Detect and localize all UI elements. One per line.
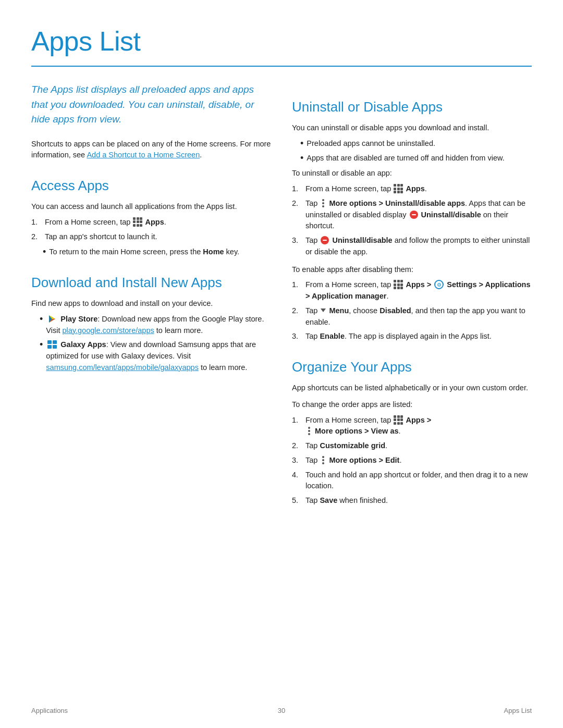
uninstall-bullets: • Preloaded apps cannot be uninstalled. …	[300, 138, 532, 164]
organize-intro: App shortcuts can be listed alphabetical…	[292, 382, 532, 394]
page-container: Apps List The Apps list displays all pre…	[0, 0, 563, 728]
shortcuts-period: .	[200, 151, 202, 159]
svg-rect-7	[53, 345, 57, 349]
organize-heading: Organize Your Apps	[292, 357, 532, 377]
title-divider	[31, 66, 532, 67]
col-left: The Apps list displays all preloaded app…	[31, 82, 271, 511]
to-enable-label: To enable apps after disabling them:	[292, 264, 532, 276]
access-apps-intro: You can access and launch all applicatio…	[31, 201, 271, 213]
access-apps-heading: Access Apps	[31, 176, 271, 196]
uninstall-intro: You can uninstall or disable apps you do…	[292, 122, 532, 134]
access-sub-bullets: • To return to the main Home screen, pre…	[43, 246, 271, 258]
footer-center: 30	[278, 706, 285, 716]
apps-grid-icon-4	[394, 415, 403, 425]
apps-grid-icon-2	[394, 184, 403, 193]
minus-circle-icon-2	[321, 236, 329, 244]
three-dots-icon-3	[320, 455, 326, 465]
play-store-link[interactable]: play.google.com/store/apps	[62, 326, 154, 335]
three-dots-icon-2	[306, 426, 312, 436]
intro-italic: The Apps list displays all preloaded app…	[31, 82, 271, 127]
download-intro: Find new apps to download and install on…	[31, 298, 271, 310]
two-col-layout: The Apps list displays all preloaded app…	[31, 82, 532, 511]
uninstall-bullet-1: • Preloaded apps cannot be uninstalled.	[300, 138, 532, 150]
footer-right: Apps List	[504, 706, 532, 716]
three-dots-icon-1	[320, 199, 326, 208]
apps-grid-icon-1	[133, 217, 142, 227]
access-apps-steps: 1. From a Home screen, tap Apps. 2. Tap …	[31, 217, 271, 243]
access-step-2: 2. Tap an app's shortcut to launch it.	[31, 231, 271, 243]
uninstall-step-2: 2. Tap More options > Uninstall/disable …	[292, 198, 532, 232]
footer: Applications 30 Apps List	[31, 706, 532, 716]
organize-step-3: 3. Tap More options > Edit.	[292, 455, 532, 466]
col-right: Uninstall or Disable Apps You can uninst…	[292, 82, 532, 511]
uninstall-step-1: 1. From a Home screen, tap Apps.	[292, 183, 532, 195]
svg-rect-5	[53, 340, 57, 344]
svg-rect-4	[47, 340, 52, 344]
access-sub-bullet-1: • To return to the main Home screen, pre…	[43, 246, 271, 258]
uninstall-step-3: 3. Tap Uninstall/disable and follow the …	[292, 235, 532, 258]
organize-step-1: 1. From a Home screen, tap Apps > More o…	[292, 415, 532, 438]
play-store-icon	[47, 314, 57, 324]
galaxy-apps-item: • Galaxy Apps: View and download Samsung	[40, 339, 271, 373]
uninstall-steps: 1. From a Home screen, tap Apps. 2. Tap …	[292, 183, 532, 258]
galaxy-apps-icon	[47, 339, 57, 350]
settings-gear-icon: ⚙	[434, 280, 444, 289]
enable-step-2: 2. Tap Menu, choose Disabled, and then t…	[292, 305, 532, 328]
galaxy-apps-link[interactable]: samsung.com/levant/apps/mobile/galaxyapp…	[46, 363, 199, 372]
uninstall-heading: Uninstall or Disable Apps	[292, 97, 532, 117]
play-store-item: • Play Store: Download new apps from the	[40, 314, 271, 337]
triangle-down-icon	[321, 309, 326, 312]
organize-step-2: 2. Tap Customizable grid.	[292, 440, 532, 452]
to-uninstall-label: To uninstall or disable an app:	[292, 168, 532, 179]
organize-steps: 1. From a Home screen, tap Apps > More o…	[292, 415, 532, 507]
shortcuts-paragraph: Shortcuts to apps can be placed on any o…	[31, 139, 271, 162]
shortcuts-link[interactable]: Add a Shortcut to a Home Screen	[87, 151, 200, 159]
enable-steps: 1. From a Home screen, tap Apps > ⚙ Sett…	[292, 279, 532, 342]
organize-step-5: 5. Tap Save when finished.	[292, 495, 532, 507]
download-heading: Download and Install New Apps	[31, 273, 271, 293]
to-change-label: To change the order apps are listed:	[292, 399, 532, 411]
download-bullets: • Play Store: Download new apps from the	[40, 314, 271, 374]
minus-circle-icon-1	[410, 211, 418, 219]
footer-left: Applications	[31, 706, 68, 716]
svg-rect-6	[47, 345, 52, 349]
enable-step-3: 3. Tap Enable. The app is displayed agai…	[292, 331, 532, 342]
enable-step-1: 1. From a Home screen, tap Apps > ⚙ Sett…	[292, 279, 532, 302]
apps-grid-icon-3	[394, 280, 403, 289]
page-title: Apps List	[31, 21, 532, 61]
uninstall-bullet-2: • Apps that are disabled are turned off …	[300, 153, 532, 164]
organize-step-4: 4. Touch and hold an app shortcut or fol…	[292, 470, 532, 492]
access-step-1: 1. From a Home screen, tap Apps.	[31, 217, 271, 228]
